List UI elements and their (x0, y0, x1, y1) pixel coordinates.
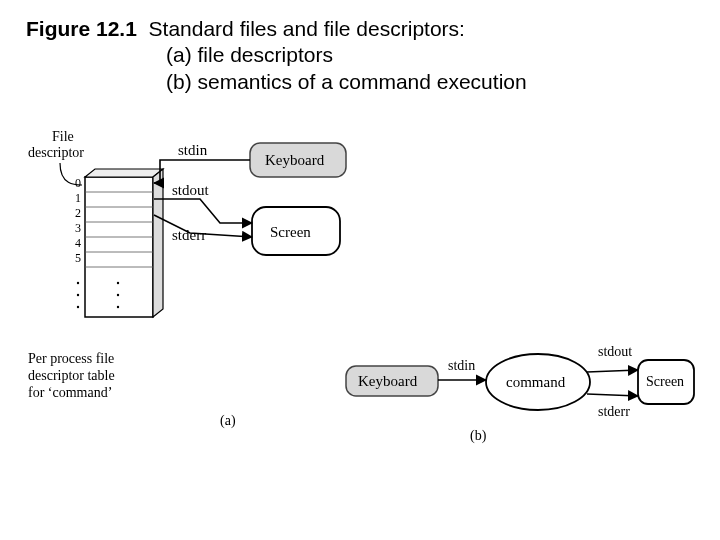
figure-title: Standard files and file descriptors: (149, 17, 465, 40)
fd-0: 0 (75, 176, 81, 190)
fd-2: 2 (75, 206, 81, 220)
caption-line-b: (b) semantics of a command execution (26, 69, 527, 95)
svg-marker-2 (153, 169, 163, 317)
footer-line3: for ‘command’ (28, 385, 112, 400)
keyboard-label-a: Keyboard (265, 152, 325, 168)
footer-line2: descriptor table (28, 368, 115, 383)
fd-1: 1 (75, 191, 81, 205)
stdout-label-a: stdout (172, 182, 210, 198)
fd-header-line1: File (52, 129, 74, 144)
svg-rect-0 (85, 177, 153, 317)
caption-line-a: (a) file descriptors (26, 42, 333, 68)
stderr-arrow-b (587, 394, 638, 396)
svg-point-10 (77, 294, 79, 296)
command-label: command (506, 374, 566, 390)
stderr-label-a: stderr (172, 227, 206, 243)
screen-label-b: Screen (646, 374, 684, 389)
diagram-b: Keyboard command Screen stdin stdout std… (340, 320, 700, 500)
fd-5: 5 (75, 251, 81, 265)
keyboard-label-b: Keyboard (358, 373, 418, 389)
diagram-a: File descriptor 0 1 2 3 4 5 Keyboard Scr… (20, 125, 380, 465)
svg-point-9 (77, 282, 79, 284)
svg-marker-1 (85, 169, 163, 177)
stdout-arrow-a (154, 199, 252, 223)
fd-3: 3 (75, 221, 81, 235)
sub-a-label: (a) (220, 413, 236, 429)
screen-label-a: Screen (270, 224, 311, 240)
figure-label: Figure 12.1 (26, 17, 137, 40)
stderr-label-b: stderr (598, 404, 630, 419)
sub-b-label: (b) (470, 428, 487, 444)
stdin-label-b: stdin (448, 358, 475, 373)
stdin-arrow-a (154, 160, 250, 183)
svg-point-11 (77, 306, 79, 308)
fd-table: 0 1 2 3 4 5 (75, 169, 163, 317)
stdout-arrow-b (587, 370, 638, 372)
stdout-label-b: stdout (598, 344, 632, 359)
svg-point-14 (117, 306, 119, 308)
figure-caption: Figure 12.1 Standard files and file desc… (26, 16, 527, 95)
svg-point-13 (117, 294, 119, 296)
footer-line1: Per process file (28, 351, 114, 366)
fd-header-line2: descriptor (28, 145, 84, 160)
fd-4: 4 (75, 236, 81, 250)
svg-point-12 (117, 282, 119, 284)
stdin-label-a: stdin (178, 142, 208, 158)
